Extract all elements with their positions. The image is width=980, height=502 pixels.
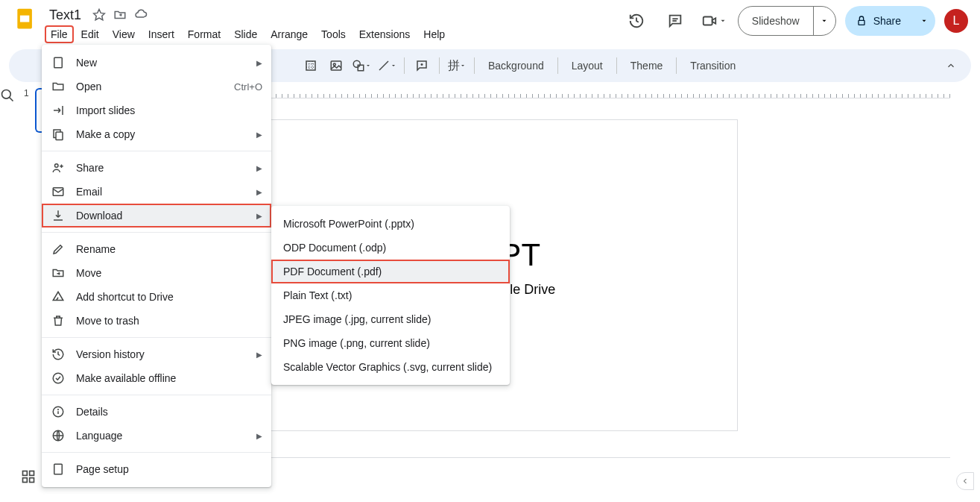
file-import-slides[interactable]: Import slides bbox=[42, 98, 271, 122]
menu-edit[interactable]: Edit bbox=[75, 25, 105, 43]
file-open[interactable]: Open Ctrl+O bbox=[42, 75, 271, 98]
menu-arrange[interactable]: Arrange bbox=[265, 25, 314, 43]
file-details[interactable]: Details bbox=[42, 400, 271, 424]
collapse-toolbar-icon[interactable] bbox=[940, 54, 962, 77]
star-icon[interactable] bbox=[92, 7, 107, 22]
svg-line-23 bbox=[10, 98, 13, 101]
file-language[interactable]: Language ▶ bbox=[42, 424, 271, 448]
slideshow-button: Slideshow bbox=[738, 6, 836, 36]
svg-marker-10 bbox=[923, 20, 926, 22]
share-button: Share bbox=[845, 6, 935, 36]
svg-rect-11 bbox=[306, 61, 315, 70]
info-icon bbox=[51, 404, 66, 419]
svg-point-38 bbox=[58, 410, 59, 410]
file-new[interactable]: New ▶ bbox=[42, 51, 271, 75]
download-pptx[interactable]: Microsoft PowerPoint (.pptx) bbox=[271, 212, 510, 236]
download-svg[interactable]: Scalable Vector Graphics (.svg, current … bbox=[271, 355, 510, 379]
menu-format[interactable]: Format bbox=[182, 25, 227, 43]
select-tool-icon[interactable] bbox=[300, 54, 322, 77]
grid-view-icon[interactable] bbox=[21, 469, 36, 487]
svg-rect-9 bbox=[859, 20, 864, 25]
cloud-status-icon[interactable] bbox=[133, 7, 148, 22]
svg-marker-16 bbox=[367, 65, 370, 66]
menu-view[interactable]: View bbox=[107, 25, 141, 43]
file-available-offline[interactable]: Make available offline bbox=[42, 366, 271, 390]
history-icon[interactable] bbox=[622, 6, 651, 36]
shape-icon[interactable] bbox=[350, 54, 373, 77]
download-txt[interactable]: Plain Text (.txt) bbox=[271, 283, 510, 307]
file-share[interactable]: Share ▶ bbox=[42, 156, 271, 180]
share-label: Share bbox=[873, 15, 901, 27]
chevron-right-icon: ▶ bbox=[256, 59, 262, 67]
file-rename[interactable]: Rename bbox=[42, 237, 271, 261]
svg-rect-1 bbox=[20, 16, 29, 22]
trash-icon bbox=[51, 313, 66, 328]
copy-icon bbox=[51, 127, 66, 142]
svg-rect-28 bbox=[54, 57, 63, 68]
image-icon[interactable] bbox=[325, 54, 347, 77]
svg-point-30 bbox=[55, 164, 59, 168]
svg-point-14 bbox=[353, 60, 360, 67]
file-version-history[interactable]: Version history ▶ bbox=[42, 342, 271, 366]
search-menus-icon[interactable] bbox=[0, 88, 15, 106]
slideshow-main[interactable]: Slideshow bbox=[739, 7, 813, 35]
download-icon bbox=[51, 208, 66, 223]
rename-icon bbox=[51, 242, 66, 257]
svg-marker-2 bbox=[94, 10, 105, 20]
download-jpeg[interactable]: JPEG image (.jpg, current slide) bbox=[271, 307, 510, 331]
slide-number: 1 bbox=[24, 88, 29, 133]
menu-tools[interactable]: Tools bbox=[315, 25, 352, 43]
svg-rect-40 bbox=[54, 464, 63, 474]
line-icon[interactable] bbox=[376, 54, 398, 77]
comment-add-icon[interactable] bbox=[411, 54, 433, 77]
svg-rect-24 bbox=[23, 471, 28, 476]
meet-icon[interactable] bbox=[699, 6, 729, 36]
account-avatar[interactable]: L bbox=[944, 9, 968, 33]
lock-icon bbox=[856, 15, 867, 27]
show-side-panel-icon[interactable] bbox=[956, 472, 974, 490]
document-title[interactable]: Text1 bbox=[45, 6, 86, 25]
download-odp[interactable]: ODP Document (.odp) bbox=[271, 236, 510, 260]
file-move[interactable]: Move bbox=[42, 261, 271, 285]
download-submenu: Microsoft PowerPoint (.pptx) ODP Documen… bbox=[271, 206, 510, 385]
file-email[interactable]: Email ▶ bbox=[42, 180, 271, 204]
menu-slide[interactable]: Slide bbox=[228, 25, 263, 43]
layout-button[interactable]: Layout bbox=[564, 57, 610, 75]
file-move-trash[interactable]: Move to trash bbox=[42, 309, 271, 333]
share-main[interactable]: Share bbox=[845, 6, 913, 36]
menu-extensions[interactable]: Extensions bbox=[353, 25, 416, 43]
svg-rect-26 bbox=[23, 478, 28, 483]
background-button[interactable]: Background bbox=[481, 57, 551, 75]
slideshow-dropdown[interactable] bbox=[813, 7, 835, 35]
chevron-right-icon: ▶ bbox=[256, 212, 262, 220]
comments-icon[interactable] bbox=[660, 6, 690, 36]
svg-marker-21 bbox=[461, 65, 464, 66]
globe-icon bbox=[51, 428, 66, 443]
new-icon bbox=[51, 55, 66, 70]
svg-marker-7 bbox=[721, 20, 724, 22]
input-tool-icon[interactable]: 拼 bbox=[446, 54, 468, 77]
share-dropdown[interactable] bbox=[913, 6, 935, 36]
svg-marker-8 bbox=[823, 20, 826, 22]
download-png[interactable]: PNG image (.png, current slide) bbox=[271, 331, 510, 355]
move-folder-icon[interactable] bbox=[113, 7, 127, 22]
download-pdf[interactable]: PDF Document (.pdf) bbox=[271, 260, 510, 283]
menu-help[interactable]: Help bbox=[417, 25, 451, 43]
svg-marker-18 bbox=[392, 65, 395, 66]
svg-rect-27 bbox=[30, 478, 34, 483]
move-icon bbox=[51, 266, 66, 280]
menu-insert[interactable]: Insert bbox=[142, 25, 180, 43]
offline-icon bbox=[51, 371, 66, 386]
speaker-notes[interactable]: er notes bbox=[182, 457, 950, 493]
theme-button[interactable]: Theme bbox=[623, 57, 671, 75]
slides-logo[interactable] bbox=[12, 6, 39, 33]
chevron-right-icon: ▶ bbox=[256, 131, 262, 139]
file-download[interactable]: Download ▶ bbox=[42, 204, 271, 228]
transition-button[interactable]: Transition bbox=[683, 57, 743, 75]
file-add-shortcut[interactable]: Add shortcut to Drive bbox=[42, 285, 271, 309]
left-gutter bbox=[0, 82, 15, 502]
menu-file[interactable]: File bbox=[45, 25, 74, 43]
file-page-setup[interactable]: Page setup bbox=[42, 457, 271, 481]
file-make-copy[interactable]: Make a copy ▶ bbox=[42, 122, 271, 146]
title-area: Text1 File Edit View Insert Format Slide… bbox=[45, 6, 451, 43]
